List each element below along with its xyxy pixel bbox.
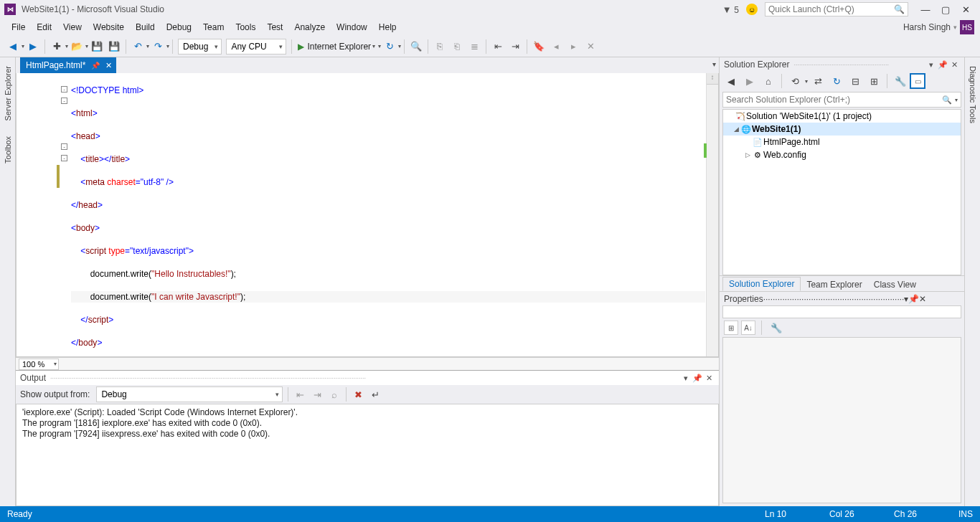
sol-forward-button[interactable]: ▶ bbox=[742, 73, 758, 89]
save-button[interactable]: 💾 bbox=[89, 39, 105, 54]
clear-bookmarks-button[interactable]: ✕ bbox=[583, 39, 598, 54]
sol-home-icon[interactable]: ⌂ bbox=[760, 73, 776, 89]
properties-object-combo[interactable] bbox=[722, 305, 961, 318]
start-debug-label[interactable]: Internet Explorer bbox=[307, 42, 371, 52]
bookmark-button[interactable]: 🔖 bbox=[531, 39, 547, 54]
output-window-options-icon[interactable]: ▾ bbox=[680, 374, 692, 383]
solution-search-input[interactable] bbox=[726, 95, 942, 105]
split-handle-icon[interactable]: ↕ bbox=[707, 73, 718, 85]
next-bookmark-button[interactable]: ▸ bbox=[565, 39, 581, 54]
properties-grid[interactable] bbox=[722, 337, 961, 503]
solution-search-box[interactable]: 🔍 ▾ bbox=[722, 92, 961, 108]
search-options-icon[interactable]: ▾ bbox=[955, 97, 958, 103]
minimize-button[interactable]: — bbox=[915, 4, 936, 15]
code-content[interactable]: <!DOCTYPE html> <html> <head> <title></t… bbox=[71, 73, 705, 356]
sol-properties-icon[interactable]: 🔧 bbox=[892, 73, 908, 89]
output-pin-icon[interactable]: 📌 bbox=[692, 374, 703, 383]
menu-help[interactable]: Help bbox=[373, 22, 402, 32]
redo-button[interactable]: ↷ bbox=[150, 39, 166, 54]
tab-overflow-icon[interactable]: ▾ bbox=[712, 60, 716, 68]
menu-analyze[interactable]: Analyze bbox=[288, 22, 331, 32]
editor-tab-active[interactable]: HtmlPage.html* 📌 ✕ bbox=[20, 57, 116, 73]
properties-close-icon[interactable]: ✕ bbox=[919, 294, 926, 304]
nav-forward-button[interactable]: ▶ bbox=[25, 39, 41, 54]
tree-file-html[interactable]: 📄HtmlPage.html bbox=[723, 136, 961, 148]
nav-back-button[interactable]: ◀ bbox=[5, 39, 21, 54]
sol-sync-icon[interactable]: ⟲ bbox=[787, 73, 803, 89]
sol-pending-changes-icon[interactable]: ⇄ bbox=[810, 73, 826, 89]
props-alpha-sort-icon[interactable]: A↓ bbox=[741, 321, 755, 335]
editor-tab-close-icon[interactable]: ✕ bbox=[105, 61, 112, 70]
new-project-button[interactable]: ✚ bbox=[49, 39, 65, 54]
sol-collapse-all-icon[interactable]: ⊟ bbox=[847, 73, 863, 89]
open-file-button[interactable]: 📂 bbox=[69, 39, 85, 54]
close-button[interactable]: ✕ bbox=[956, 4, 976, 15]
menu-website[interactable]: Website bbox=[88, 22, 130, 32]
output-clear-all-icon[interactable]: ✖ bbox=[350, 386, 366, 402]
format-doc-button[interactable]: ≣ bbox=[466, 39, 482, 54]
editor-tab-pin-icon[interactable]: 📌 bbox=[91, 62, 100, 70]
toolbox-tab[interactable]: Toolbox bbox=[2, 132, 14, 168]
fold-html-icon[interactable]: - bbox=[61, 86, 67, 92]
search-icon[interactable]: 🔍 bbox=[894, 4, 905, 14]
find-in-files-button[interactable]: 🔍 bbox=[408, 39, 424, 54]
output-word-wrap-icon[interactable]: ↵ bbox=[367, 386, 383, 402]
tree-solution-node[interactable]: 🏹 Solution 'WebSite1(1)' (1 project) bbox=[723, 110, 961, 123]
solution-pin-icon[interactable]: 📌 bbox=[937, 60, 948, 70]
editor-scrollbar[interactable]: ↕ bbox=[706, 73, 718, 356]
fold-head-icon[interactable]: - bbox=[61, 98, 67, 104]
server-explorer-tab[interactable]: Server Explorer bbox=[2, 62, 14, 125]
menu-file[interactable]: File bbox=[6, 22, 31, 32]
sol-preview-selected-icon[interactable]: ▭ bbox=[910, 74, 925, 88]
menu-view[interactable]: View bbox=[57, 22, 88, 32]
solution-window-options-icon[interactable]: ▾ bbox=[925, 60, 937, 70]
decrease-indent-button[interactable]: ⇤ bbox=[490, 39, 506, 54]
quick-launch-box[interactable]: 🔍 bbox=[765, 2, 908, 16]
solution-close-icon[interactable]: ✕ bbox=[948, 60, 960, 70]
tab-solution-explorer[interactable]: Solution Explorer bbox=[722, 277, 801, 291]
save-all-button[interactable]: 💾 bbox=[106, 39, 122, 54]
menu-window[interactable]: Window bbox=[331, 22, 373, 32]
code-editor[interactable]: - - - - <!DOCTYPE html> <html> <head> <t… bbox=[16, 73, 719, 357]
browser-link-refresh-button[interactable]: ↻ bbox=[382, 39, 397, 54]
signed-in-user[interactable]: Harsh Singh bbox=[903, 22, 951, 32]
zoom-combo[interactable]: 100 % bbox=[19, 359, 59, 370]
user-badge[interactable]: HS bbox=[960, 20, 974, 34]
config-combo[interactable]: Debug bbox=[178, 39, 222, 54]
sol-back-button[interactable]: ◀ bbox=[723, 73, 739, 89]
sol-show-all-files-icon[interactable]: ⊞ bbox=[866, 73, 882, 89]
quick-launch-input[interactable] bbox=[768, 4, 894, 14]
props-wrench-icon[interactable]: 🔧 bbox=[768, 320, 784, 336]
menu-team[interactable]: Team bbox=[197, 22, 230, 32]
props-categorized-icon[interactable]: ⊞ bbox=[724, 321, 738, 335]
notifications-flag-icon[interactable]: ▼ 5 bbox=[722, 4, 739, 15]
tree-project-node[interactable]: ◢🌐 WebSite1(1) bbox=[723, 123, 961, 136]
output-go-prev-icon[interactable]: ⇤ bbox=[292, 386, 308, 402]
restore-button[interactable]: ▢ bbox=[936, 4, 956, 15]
platform-combo[interactable]: Any CPU bbox=[226, 39, 286, 54]
undo-button[interactable]: ↶ bbox=[130, 39, 146, 54]
output-clear-find-icon[interactable]: ⌕ bbox=[326, 386, 342, 402]
menu-edit[interactable]: Edit bbox=[31, 22, 57, 32]
user-dropdown-icon[interactable]: ▾ bbox=[953, 24, 957, 31]
tab-class-view[interactable]: Class View bbox=[868, 278, 922, 291]
browser-dropdown-icon[interactable]: ▾ bbox=[372, 43, 375, 49]
menu-debug[interactable]: Debug bbox=[161, 22, 197, 32]
fold-script-icon[interactable]: - bbox=[61, 155, 67, 161]
start-debug-icon[interactable]: ▶ bbox=[298, 42, 304, 52]
output-close-icon[interactable]: ✕ bbox=[703, 374, 715, 383]
prev-bookmark-button[interactable]: ◂ bbox=[548, 39, 564, 54]
diagnostic-tools-tab[interactable]: Diagnostic Tools bbox=[967, 62, 979, 128]
menu-tools[interactable]: Tools bbox=[230, 22, 261, 32]
sol-refresh-icon[interactable]: ↻ bbox=[829, 73, 844, 89]
solution-tree[interactable]: 🏹 Solution 'WebSite1(1)' (1 project) ◢🌐 … bbox=[722, 109, 961, 275]
search-icon[interactable]: 🔍 bbox=[942, 95, 952, 105]
output-source-combo[interactable]: Debug bbox=[96, 386, 283, 402]
properties-pin-icon[interactable]: 📌 bbox=[908, 294, 919, 304]
comment-out-button[interactable]: ⎘ bbox=[432, 39, 448, 54]
output-go-next-icon[interactable]: ⇥ bbox=[309, 386, 325, 402]
uncomment-button[interactable]: ⎗ bbox=[449, 39, 465, 54]
fold-body-icon[interactable]: - bbox=[61, 143, 67, 150]
menu-test[interactable]: Test bbox=[261, 22, 288, 32]
menu-build[interactable]: Build bbox=[130, 22, 161, 32]
